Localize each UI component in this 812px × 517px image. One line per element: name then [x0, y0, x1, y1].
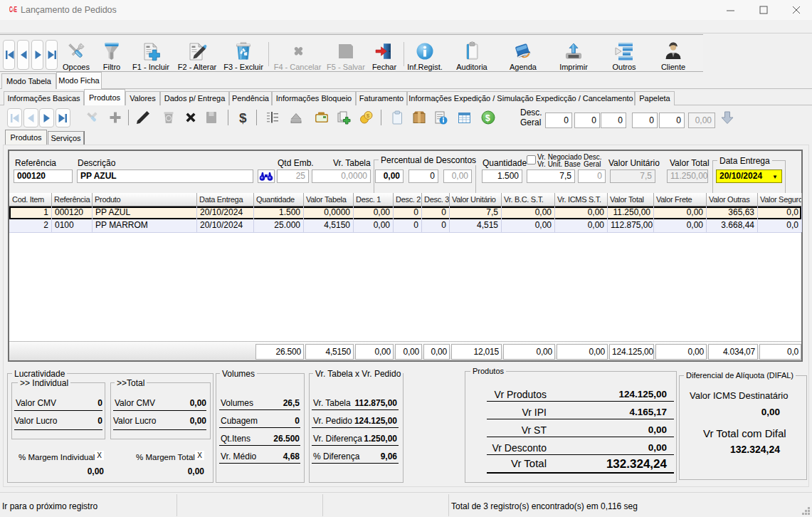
svg-text:C‹E: C‹E — [9, 5, 17, 14]
svg-text:$: $ — [367, 113, 370, 119]
svg-text:$: $ — [239, 110, 247, 125]
svg-text:$: $ — [485, 113, 490, 123]
